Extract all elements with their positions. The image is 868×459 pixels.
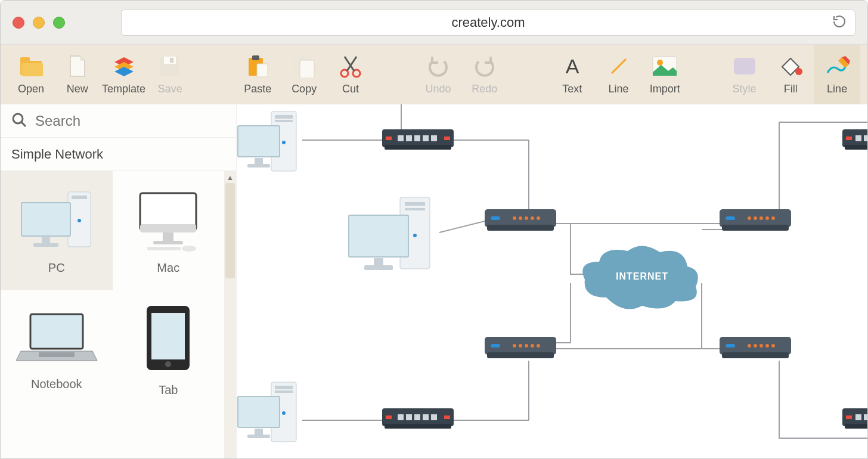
line-tool-button[interactable]: Line	[814, 45, 860, 104]
search-input[interactable]	[34, 112, 225, 130]
svg-rect-1	[20, 57, 30, 63]
shape-notebook[interactable]: Notebook	[1, 290, 113, 410]
text-icon: A	[562, 53, 583, 79]
svg-rect-123	[845, 424, 867, 429]
import-button[interactable]: Import	[641, 45, 688, 104]
svg-rect-55	[386, 137, 392, 140]
svg-point-82	[760, 216, 763, 220]
scroll-thumb[interactable]	[225, 183, 235, 278]
save-button[interactable]: Save	[147, 45, 193, 104]
svg-rect-68	[364, 265, 393, 270]
svg-rect-59	[414, 135, 420, 141]
new-button[interactable]: New	[54, 45, 101, 104]
open-button[interactable]: Open	[8, 45, 54, 104]
svg-rect-86	[845, 145, 867, 150]
search-bar	[1, 104, 236, 138]
svg-text:A: A	[565, 55, 579, 77]
folder-icon	[19, 53, 43, 79]
svg-rect-117	[398, 414, 404, 420]
svg-rect-5	[170, 58, 173, 63]
svg-point-80	[748, 216, 751, 220]
minimize-window-button[interactable]	[33, 17, 45, 29]
svg-rect-126	[864, 414, 867, 420]
redo-icon	[473, 53, 497, 79]
svg-rect-111	[255, 429, 263, 435]
style-button[interactable]: Style	[721, 45, 768, 104]
svg-point-16	[657, 60, 663, 66]
svg-point-97	[537, 344, 540, 348]
connectors	[237, 104, 867, 458]
svg-point-105	[771, 344, 775, 348]
style-icon	[731, 53, 758, 79]
text-button[interactable]: A Text	[549, 45, 596, 104]
pencil-icon	[824, 53, 850, 79]
svg-rect-115	[386, 415, 392, 419]
svg-rect-99	[722, 352, 789, 358]
svg-rect-10	[300, 60, 314, 78]
palette-scrollbar[interactable]: ▲	[224, 171, 236, 458]
svg-rect-17	[734, 58, 755, 75]
svg-rect-110	[238, 396, 280, 427]
paste-button[interactable]: Paste	[234, 45, 281, 104]
template-icon	[112, 53, 136, 79]
svg-rect-118	[406, 414, 412, 420]
shape-extra-2[interactable]	[113, 410, 225, 458]
shape-palette: PC Mac	[1, 171, 236, 458]
svg-point-94	[519, 344, 522, 348]
svg-rect-26	[33, 243, 58, 247]
shape-mac[interactable]: Mac	[113, 171, 225, 290]
shape-tab[interactable]: Tab	[113, 290, 225, 410]
fill-icon	[777, 53, 804, 79]
svg-rect-61	[431, 135, 437, 141]
svg-point-32	[182, 246, 196, 252]
svg-point-19	[13, 114, 23, 123]
copy-button[interactable]: Copy	[281, 45, 327, 104]
svg-point-104	[765, 344, 769, 348]
maximize-window-button[interactable]	[53, 17, 65, 29]
template-button[interactable]: Template	[101, 45, 147, 104]
svg-rect-51	[255, 158, 263, 164]
svg-rect-54	[385, 145, 451, 150]
svg-point-49	[282, 141, 286, 144]
close-window-button[interactable]	[13, 17, 24, 29]
svg-point-75	[531, 216, 534, 220]
scroll-up-icon[interactable]: ▲	[227, 173, 234, 182]
undo-button[interactable]: Undo	[415, 45, 461, 104]
svg-rect-112	[247, 435, 270, 438]
svg-rect-91	[487, 352, 554, 358]
svg-rect-67	[374, 258, 383, 265]
line-button[interactable]: Line	[596, 45, 642, 104]
redo-button[interactable]: Redo	[461, 45, 508, 104]
svg-rect-47	[275, 115, 293, 119]
line-icon	[608, 53, 630, 79]
svg-point-73	[519, 216, 522, 220]
svg-point-84	[771, 216, 775, 220]
svg-rect-88	[855, 135, 861, 141]
svg-point-72	[513, 216, 516, 220]
svg-rect-8	[257, 64, 268, 77]
svg-rect-22	[72, 196, 87, 199]
shape-pc[interactable]: PC	[1, 171, 113, 290]
shape-extra-1[interactable]	[1, 410, 113, 458]
save-icon	[159, 53, 181, 79]
svg-rect-125	[855, 414, 861, 420]
shape-category[interactable]: Simple Network	[1, 138, 236, 171]
svg-rect-124	[846, 415, 852, 419]
url-text: creately.com	[451, 15, 525, 30]
svg-rect-108	[275, 390, 293, 393]
svg-point-95	[525, 344, 528, 348]
fill-button[interactable]: Fill	[767, 45, 814, 104]
copy-icon	[293, 53, 315, 79]
svg-rect-70	[487, 225, 554, 231]
cut-button[interactable]: Cut	[327, 45, 374, 104]
address-bar[interactable]: creately.com	[121, 10, 855, 36]
canvas[interactable]: INTERNET	[237, 104, 867, 458]
sidebar: Simple Network PC	[1, 104, 237, 458]
svg-line-43	[439, 221, 487, 232]
svg-point-76	[537, 216, 540, 220]
svg-rect-34	[39, 352, 75, 357]
import-icon	[652, 53, 678, 79]
svg-rect-78	[722, 225, 789, 231]
svg-point-93	[513, 344, 516, 348]
reload-icon[interactable]	[832, 14, 847, 31]
